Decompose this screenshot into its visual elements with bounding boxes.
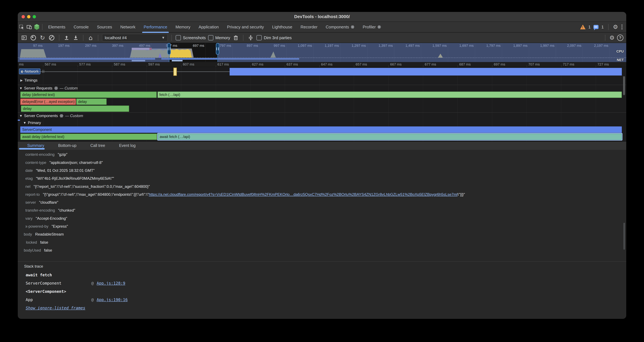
net-lane-label: NET [617,58,624,62]
flame-event[interactable]: delayedError (…ayed exception) [20,99,76,105]
flame-event[interactable]: ServerComponent [20,126,622,133]
dim-3rd-parties-checkbox[interactable]: Dim 3rd parties [256,35,292,41]
divider [172,35,172,41]
warning-icon[interactable] [580,25,586,29]
server-components-track-header[interactable]: ▼ Server Components — Custom [19,114,83,118]
live-metrics-home-icon[interactable]: ⌂ [87,34,94,41]
show-ignore-listed-frames-link[interactable]: Show ignore-listed frames [26,306,85,310]
detail-key: server [25,200,36,204]
stack-frame-function: App [26,297,33,302]
detail-key: x-powered-by [25,224,48,228]
collapse-tracks-icon[interactable] [247,34,254,41]
flame-event[interactable]: await fetch (…/api) [158,134,622,140]
tab-profiler[interactable]: Profiler [358,22,385,32]
bottom-tab-summary[interactable]: Summary [27,143,44,148]
tracks-scrollbar[interactable] [623,76,625,95]
tab-elements[interactable]: Elements [44,22,70,32]
more-options-kebab-icon[interactable] [621,24,623,30]
detail-value: "{\"report_to\":\"cf-nel\",\"success_fra… [34,184,150,189]
tab-console[interactable]: Console [70,22,93,32]
save-profile-icon[interactable] [72,34,79,41]
dim-overlay-right [218,43,626,62]
devtools-window: DevTools - localhost:3000/ ElementsConso… [18,12,626,319]
ruler-tick-mark [43,65,43,67]
inspect-element-icon[interactable] [18,23,25,31]
selection-handle-right[interactable] [216,43,219,55]
tab-recorder[interactable]: Recorder [296,22,322,32]
stack-frame-function: <ServerComponent> [26,289,66,294]
network-pending-request-marker[interactable] [173,68,177,76]
timeline-overview[interactable]: 97 ms197 ms297 ms397 ms497 ms597 ms697 m… [18,43,626,62]
detail-value: "cloudflare" [39,200,58,204]
expander-expanded-icon[interactable]: ▼ [19,87,22,90]
drag-grip-icon[interactable] [42,70,44,73]
detail-value: "W/\"4b1-RjEJloX9kRinu6F0MAZMmy6E5iA\"" [36,176,114,181]
tab-label: Profiler [363,22,376,32]
react-atom-icon [60,114,64,118]
expander-expanded-icon[interactable]: ▼ [23,121,26,125]
source-location-link[interactable]: App.js:128:9 [97,281,125,285]
memory-checkbox[interactable]: Memory [208,35,230,41]
network-track-header[interactable]: ▶ Network [19,69,44,74]
capture-settings-gear-icon[interactable]: ⚙ [610,35,614,41]
ruler-tick-label: 627 ms [252,62,263,67]
detail-row: nel"{\"report_to\":\"cf-nel\",\"success_… [25,184,150,189]
bottom-tab-bottom-up[interactable]: Bottom-up [58,143,76,148]
history-select[interactable]: localhost #4 ▼ [102,34,168,42]
ruler-tick-label: 717 ms [563,62,574,67]
summary-scrollbar[interactable] [624,223,625,250]
tab-sources[interactable]: Sources [93,22,116,32]
primary-subtrack-header[interactable]: ▼ Primary [23,121,41,125]
detail-row: bodyUsedfalse [24,248,52,252]
ruler-tick-label: 667 ms [390,62,402,67]
help-icon[interactable]: ? [617,35,624,41]
server-requests-track-header[interactable]: ▼ Server Requests — Custom [19,86,78,90]
flamechart-tracks[interactable]: ▶ Network ▶ Timings ▼ Server Requests — … [18,67,626,142]
detail-key: etag [25,176,33,181]
bottom-tab-call-tree[interactable]: Call tree [90,143,105,148]
tab-network[interactable]: Network [116,22,140,32]
ruler-tick-mark [423,65,423,67]
selection-handle-left[interactable] [167,43,171,55]
expander-expanded-icon[interactable]: ▼ [19,114,22,118]
source-location-link[interactable]: App.js:190:16 [97,297,128,302]
message-count: 1 [601,25,604,30]
tab-lighthouse[interactable]: Lighthouse [268,22,296,32]
clear-button[interactable] [48,34,55,41]
collect-garbage-icon[interactable] [232,34,239,41]
nodejs-extension-icon[interactable] [33,23,40,31]
flame-event[interactable]: delay [76,99,107,105]
settings-gear-icon[interactable]: ⚙ [613,24,618,30]
stack-frame: ServerComponent@App.js:128:9 [26,281,62,285]
detail-key: bodyUsed [24,248,41,252]
tab-components[interactable]: Components [322,22,358,32]
flame-event[interactable]: fetch (…/api) [158,92,622,98]
report-endpoint-link[interactable]: https://a.nel.cloudflare.com/report/v4?s… [149,192,458,197]
tab-privacy-and-security[interactable]: Privacy and security [223,22,268,32]
tab-performance[interactable]: Performance [140,22,172,32]
tab-memory[interactable]: Memory [171,22,194,32]
flame-event[interactable]: delay [21,106,129,112]
detail-row: server"cloudflare" [25,200,58,205]
timings-track-header[interactable]: ▶ Timings [20,78,38,83]
device-toolbar-icon[interactable] [25,23,33,31]
flame-event[interactable]: await delay (deferred text) [20,134,157,140]
divider [98,35,98,41]
detail-value: "application/json; charset=utf-8" [50,160,103,165]
stack-frame: App@App.js:190:16 [26,297,33,302]
flame-event[interactable]: delay (deferred text) [20,92,157,98]
custom-track-suffix: — Custom [65,114,83,118]
detail-row: content-encoding"gzip" [25,152,67,157]
tab-application[interactable]: Application [194,22,223,32]
network-request-bar[interactable] [230,68,622,76]
load-profile-icon[interactable] [63,34,70,41]
bottom-tab-event-log[interactable]: Event log [119,143,136,148]
expander-collapsed-icon[interactable]: ▶ [20,78,23,82]
ruler-tick-mark [388,65,389,67]
record-button[interactable] [30,34,37,41]
screenshots-checkbox[interactable]: Screenshots [176,35,206,41]
issues-message-icon[interactable] [594,25,598,29]
toggle-sidebar-icon[interactable] [20,34,28,41]
performance-toolbar: ↻ ⌂ localhost #4 ▼ Screenshots Memory [18,33,626,43]
record-and-reload-button[interactable]: ↻ [39,34,46,41]
